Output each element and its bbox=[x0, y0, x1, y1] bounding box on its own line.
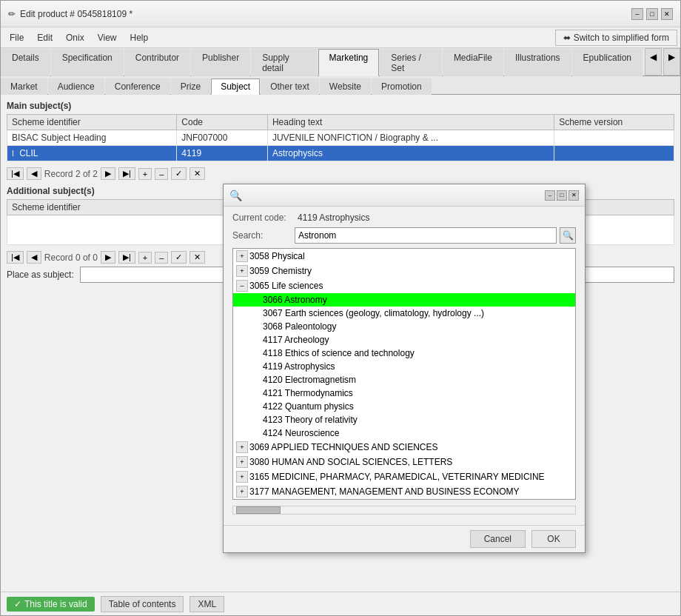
tree-item-3080[interactable]: + 3080 HUMAN AND SOCIAL SCIENCES, LETTER… bbox=[233, 455, 575, 469]
horizontal-scrollbar[interactable] bbox=[232, 506, 576, 515]
tab-audience[interactable]: Audience bbox=[48, 78, 104, 95]
expander-3080[interactable]: + bbox=[236, 456, 248, 468]
expander-3065[interactable]: – bbox=[236, 280, 248, 292]
tree-item-3193[interactable]: + 3193 COMPUTER SCIENCE bbox=[233, 499, 575, 500]
tree-item-3059[interactable]: + 3059 Chemistry bbox=[233, 264, 575, 278]
tree-item-4120[interactable]: 4120 Electromagnetism bbox=[233, 373, 575, 386]
edit-icon: ✏ bbox=[8, 9, 16, 19]
current-code-value: 4119 Astrophysics bbox=[298, 212, 576, 223]
tab-website[interactable]: Website bbox=[320, 78, 371, 95]
tab-other-text[interactable]: Other text bbox=[261, 78, 319, 95]
nav-next-main[interactable]: ▶ bbox=[101, 167, 115, 180]
tab-illustrations[interactable]: Illustrations bbox=[504, 49, 571, 76]
window-title: Edit product # 0545818109 * bbox=[20, 9, 132, 19]
menu-edit[interactable]: Edit bbox=[31, 30, 58, 45]
tree-label-4117: 4117 Archeology bbox=[263, 335, 329, 345]
menu-items: File Edit Onix View Help bbox=[4, 30, 154, 45]
place-as-subject-label: Place as subject: bbox=[7, 270, 74, 280]
tab-marketing[interactable]: Marketing bbox=[318, 49, 380, 76]
main-subjects-title: Main subject(s) bbox=[7, 101, 674, 111]
maximize-button[interactable]: □ bbox=[646, 8, 658, 20]
nav-remove-add[interactable]: – bbox=[155, 252, 168, 264]
modal-body: Current code: 4119 Astrophysics Search: … bbox=[224, 207, 585, 525]
nav-first-main[interactable]: |◀ bbox=[7, 167, 24, 180]
tree-item-4124[interactable]: 4124 Neuroscience bbox=[233, 426, 575, 440]
tab-arrow-left[interactable]: ◀ bbox=[645, 48, 662, 76]
nav-last-main[interactable]: ▶| bbox=[118, 167, 135, 180]
tab-specification[interactable]: Specification bbox=[51, 49, 124, 76]
col-scheme-version: Scheme version bbox=[554, 115, 674, 130]
valid-status[interactable]: ✓ This title is valid bbox=[7, 597, 95, 612]
record-nav-main: |◀ ◀ Record 2 of 2 ▶ ▶| + – ✓ ✕ bbox=[7, 167, 674, 180]
menu-onix[interactable]: Onix bbox=[60, 30, 90, 45]
tab-arrow-right[interactable]: ▶ bbox=[663, 48, 680, 76]
tab-market[interactable]: Market bbox=[1, 78, 47, 95]
tab-publisher[interactable]: Publisher bbox=[191, 49, 250, 76]
toc-button[interactable]: Table of contents bbox=[101, 596, 184, 612]
nav-prev-add[interactable]: ◀ bbox=[27, 251, 41, 264]
ok-button[interactable]: OK bbox=[531, 530, 576, 548]
nav-next-add[interactable]: ▶ bbox=[101, 251, 115, 264]
nav-add-main[interactable]: + bbox=[138, 168, 152, 180]
xml-button[interactable]: XML bbox=[189, 596, 224, 612]
nav-confirm-main[interactable]: ✓ bbox=[171, 167, 187, 180]
nav-confirm-add[interactable]: ✓ bbox=[171, 251, 187, 264]
nav-first-add[interactable]: |◀ bbox=[7, 251, 24, 264]
tree-item-3177[interactable]: + 3177 MANAGEMENT, MANAGEMENT AND BUSINE… bbox=[233, 484, 575, 499]
title-bar: ✏ Edit product # 0545818109 * – □ ✕ bbox=[1, 1, 680, 27]
tree-item-3069[interactable]: + 3069 APPLIED TECHNIQUES AND SCIENCES bbox=[233, 440, 575, 455]
tab-prize[interactable]: Prize bbox=[171, 78, 210, 95]
minimize-button[interactable]: – bbox=[631, 8, 643, 20]
nav-cancel-main[interactable]: ✕ bbox=[189, 167, 205, 180]
tree-item-3165[interactable]: + 3165 MEDICINE, PHARMACY, PARAMEDICAL, … bbox=[233, 469, 575, 484]
tree-item-3065[interactable]: – 3065 Life sciences bbox=[233, 278, 575, 293]
expander-3165[interactable]: + bbox=[236, 471, 248, 483]
tab-details[interactable]: Details bbox=[1, 49, 50, 76]
modal-minimize[interactable]: – bbox=[545, 190, 555, 201]
tree-item-3058[interactable]: + 3058 Physical bbox=[233, 249, 575, 264]
nav-prev-main[interactable]: ◀ bbox=[27, 167, 41, 180]
tab-contributor[interactable]: Contributor bbox=[124, 49, 190, 76]
menu-help[interactable]: Help bbox=[124, 30, 155, 45]
nav-last-add[interactable]: ▶| bbox=[118, 251, 135, 264]
sub-tab-bar: Market Audience Conference Prize Subject… bbox=[1, 76, 680, 95]
row-indicator: I bbox=[12, 150, 14, 158]
tab-promotion[interactable]: Promotion bbox=[372, 78, 432, 95]
table-row[interactable]: I CLIL 4119 Astrophysics bbox=[7, 146, 674, 161]
tab-subject[interactable]: Subject bbox=[211, 78, 260, 95]
tree-item-4123[interactable]: 4123 Theory of relativity bbox=[233, 413, 575, 426]
tree-list[interactable]: + 3058 Physical + 3059 Chemistry – 3065 … bbox=[232, 248, 576, 500]
nav-add-add[interactable]: + bbox=[138, 252, 152, 264]
nav-remove-main[interactable]: – bbox=[155, 168, 168, 180]
table-row[interactable]: BISAC Subject Heading JNF007000 JUVENILE… bbox=[7, 130, 674, 146]
menu-view[interactable]: View bbox=[92, 30, 123, 45]
expander-3059[interactable]: + bbox=[236, 265, 248, 277]
main-tab-bar: Details Specification Contributor Publis… bbox=[1, 48, 680, 76]
tree-item-4118[interactable]: 4118 Ethics of science and technology bbox=[233, 346, 575, 360]
expander-3069[interactable]: + bbox=[236, 441, 248, 453]
tree-label-3065: 3065 Life sciences bbox=[249, 281, 323, 291]
search-button[interactable]: 🔍 bbox=[560, 227, 576, 244]
search-input[interactable] bbox=[295, 227, 557, 244]
tab-conference[interactable]: Conference bbox=[105, 78, 170, 95]
tab-series-set[interactable]: Series / Set bbox=[380, 49, 442, 76]
switch-simplified-button[interactable]: ⬌ Switch to simplified form bbox=[555, 30, 677, 46]
menu-file[interactable]: File bbox=[4, 30, 30, 45]
modal-maximize[interactable]: □ bbox=[557, 190, 567, 201]
tree-item-4122[interactable]: 4122 Quantum physics bbox=[233, 400, 575, 413]
cancel-button[interactable]: Cancel bbox=[470, 530, 526, 548]
expander-3177[interactable]: + bbox=[236, 486, 248, 498]
nav-cancel-add[interactable]: ✕ bbox=[189, 251, 205, 264]
tree-item-3066[interactable]: 3066 Astronomy bbox=[233, 293, 575, 307]
tab-epublication[interactable]: Epublication bbox=[572, 49, 643, 76]
expander-3058[interactable]: + bbox=[236, 250, 248, 262]
tree-item-4117[interactable]: 4117 Archeology bbox=[233, 333, 575, 346]
tab-supply-detail[interactable]: Supply detail bbox=[251, 49, 317, 76]
tree-item-3068[interactable]: 3068 Paleontology bbox=[233, 320, 575, 333]
tree-item-4119[interactable]: 4119 Astrophysics bbox=[233, 360, 575, 373]
close-button[interactable]: ✕ bbox=[661, 8, 673, 20]
modal-close[interactable]: ✕ bbox=[568, 190, 579, 201]
tree-item-4121[interactable]: 4121 Thermodynamics bbox=[233, 386, 575, 400]
tab-mediafile[interactable]: MediaFile bbox=[443, 49, 503, 76]
tree-item-3067[interactable]: 3067 Earth sciences (geology, climatolog… bbox=[233, 307, 575, 320]
